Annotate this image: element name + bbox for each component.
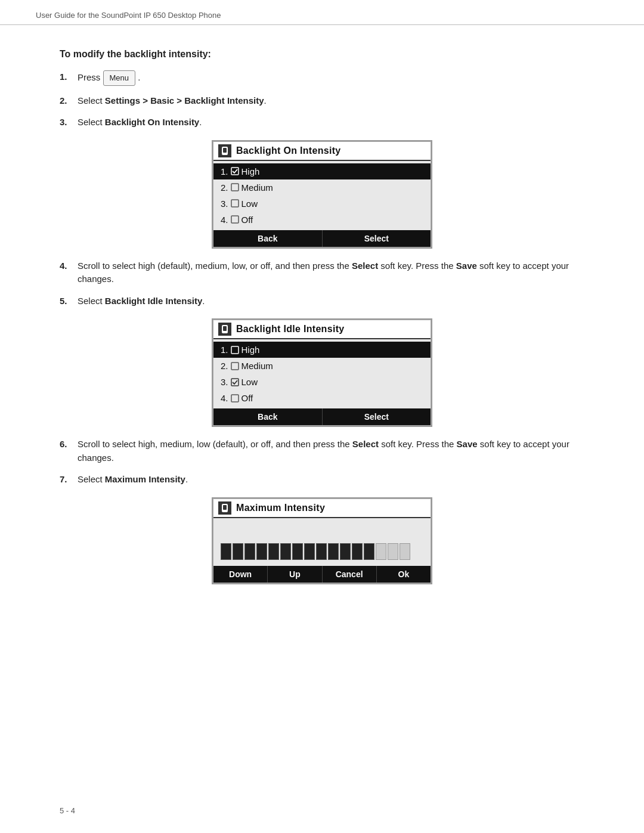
screen1-item-2[interactable]: 2. Medium — [213, 179, 431, 196]
svg-rect-1 — [223, 148, 227, 153]
handset-icon-3 — [220, 503, 230, 513]
screen3-up-button[interactable]: Up — [268, 566, 322, 583]
phone-icon-3 — [218, 501, 231, 515]
svg-rect-7 — [223, 326, 227, 331]
screen2-item-3[interactable]: 3. Low — [213, 374, 431, 390]
step-1-text-after: . — [138, 72, 140, 82]
screen3-softkeys: Down Up Cancel Ok — [213, 566, 431, 583]
screen1-item-2-num: 2. — [221, 182, 228, 193]
svg-rect-4 — [231, 200, 239, 207]
svg-rect-5 — [231, 216, 239, 223]
svg-rect-10 — [231, 379, 239, 386]
screen1-item-1[interactable]: 1. High — [213, 163, 431, 179]
screen2-item-4-label: Off — [242, 393, 253, 403]
step-1: 1. Press Menu . — [60, 70, 584, 86]
step-4-bold2: Save — [456, 261, 477, 271]
checkbox-checked-s2-3 — [231, 378, 239, 386]
section-title: To modify the backlight intensity: — [60, 49, 584, 60]
intensity-segment-1 — [233, 543, 243, 560]
screen2-item-4[interactable]: 4. Off — [213, 390, 431, 406]
screen2-item-2[interactable]: 2. Medium — [213, 358, 431, 374]
page-header: User Guide for the SoundPoint IP 650 Des… — [0, 0, 644, 25]
svg-rect-8 — [231, 346, 239, 354]
screen2-item-2-label: Medium — [242, 361, 273, 371]
intensity-segment-2 — [244, 543, 255, 560]
screen1-item-1-label: High — [242, 166, 260, 176]
step-7: 7. Select Maximum Intensity. — [60, 473, 584, 487]
screen1-check-4 — [231, 215, 239, 224]
screen1-select-button[interactable]: Select — [323, 230, 431, 247]
menu-button[interactable]: Menu — [103, 70, 136, 86]
screen2-item-1-label: High — [242, 345, 260, 355]
svg-rect-9 — [231, 363, 239, 370]
screen2-check-2 — [231, 362, 239, 370]
phone-icon-2 — [218, 323, 231, 336]
step-7-num: 7. — [60, 473, 75, 487]
step-1-content: Press Menu . — [78, 70, 584, 86]
checkbox-unchecked-s2-1 — [231, 346, 239, 354]
intensity-segment-15 — [400, 543, 410, 560]
svg-rect-2 — [231, 168, 239, 175]
step-6-content: Scroll to select high, medium, low (defa… — [78, 438, 584, 465]
checkbox-unchecked-3 — [231, 199, 239, 208]
step-5-content: Select Backlight Idle Intensity. — [78, 295, 584, 308]
screen3-title-bar: Maximum Intensity — [213, 499, 431, 518]
screen-max-intensity: Maximum Intensity Down Up Cancel Ok — [212, 497, 432, 584]
screen1-back-button[interactable]: Back — [213, 230, 323, 247]
screen3-title: Maximum Intensity — [236, 503, 325, 513]
screen1-item-3[interactable]: 3. Low — [213, 196, 431, 212]
screen2-list: 1. High 2. Medium — [213, 339, 431, 408]
screen3-ok-button[interactable]: Ok — [377, 566, 431, 583]
screen2-inner: Backlight Idle Intensity 1. High 2. — [213, 320, 431, 426]
screen-backlight-on: Backlight On Intensity 1. High 2. — [212, 140, 432, 249]
step-6-bold2: Save — [457, 439, 478, 449]
header-text: User Guide for the SoundPoint IP 650 Des… — [36, 11, 221, 20]
intensity-segment-3 — [256, 543, 267, 560]
intensity-segment-7 — [304, 543, 315, 560]
step-3-after: . — [199, 117, 202, 127]
screen2-item-4-num: 4. — [221, 393, 228, 403]
step-2-text: Select — [78, 95, 105, 106]
intensity-segment-12 — [364, 543, 374, 560]
screen1-item-3-label: Low — [242, 199, 258, 209]
steps-list: 1. Press Menu . 2. Select Settings > Bas… — [60, 70, 584, 129]
step-2-content: Select Settings > Basic > Backlight Inte… — [78, 94, 584, 108]
screen1-item-1-num: 1. — [221, 166, 228, 176]
screen1-item-4-label: Off — [242, 215, 253, 225]
step6-list: 6. Scroll to select high, medium, low (d… — [60, 438, 584, 487]
page-footer: 5 - 4 — [60, 806, 75, 815]
step-5-bold: Backlight Idle Intensity — [105, 296, 202, 306]
step-6-text2: soft key. Press the — [379, 439, 457, 449]
step-3: 3. Select Backlight On Intensity. — [60, 116, 584, 129]
screen-backlight-idle: Backlight Idle Intensity 1. High 2. — [212, 318, 432, 427]
screen3-cancel-button[interactable]: Cancel — [323, 566, 377, 583]
phone-icon-1 — [218, 144, 231, 157]
step-2-after: . — [264, 95, 267, 106]
screen1-item-4-num: 4. — [221, 215, 228, 225]
page-content: To modify the backlight intensity: 1. Pr… — [0, 25, 644, 619]
intensity-segment-5 — [280, 543, 291, 560]
screen1-item-3-num: 3. — [221, 199, 228, 209]
step-4: 4. Scroll to select high (default), medi… — [60, 259, 584, 286]
step-4-text2: soft key. Press the — [378, 261, 456, 271]
svg-rect-11 — [231, 395, 239, 402]
step-2: 2. Select Settings > Basic > Backlight I… — [60, 94, 584, 108]
screen3-down-button[interactable]: Down — [213, 566, 268, 583]
step-5-num: 5. — [60, 295, 75, 308]
checkbox-unchecked-4 — [231, 215, 239, 224]
step-7-after: . — [185, 474, 188, 484]
step-6-num: 6. — [60, 438, 75, 451]
screen1-title-bar: Backlight On Intensity — [213, 142, 431, 161]
checkbox-unchecked-s2-2 — [231, 362, 239, 370]
screen2-check-1 — [231, 346, 239, 354]
screen2-item-1[interactable]: 1. High — [213, 342, 431, 358]
step-1-num: 1. — [60, 70, 75, 84]
step-6-text: Scroll to select high, medium, low (defa… — [78, 439, 352, 449]
screen1-item-4[interactable]: 4. Off — [213, 212, 431, 228]
step-5: 5. Select Backlight Idle Intensity. — [60, 295, 584, 308]
checkbox-checked-1 — [231, 167, 239, 175]
screen2-back-button[interactable]: Back — [213, 408, 323, 425]
screen2-select-button[interactable]: Select — [323, 408, 431, 425]
screen3-inner: Maximum Intensity Down Up Cancel Ok — [213, 498, 431, 583]
checkbox-unchecked-2 — [231, 183, 239, 191]
